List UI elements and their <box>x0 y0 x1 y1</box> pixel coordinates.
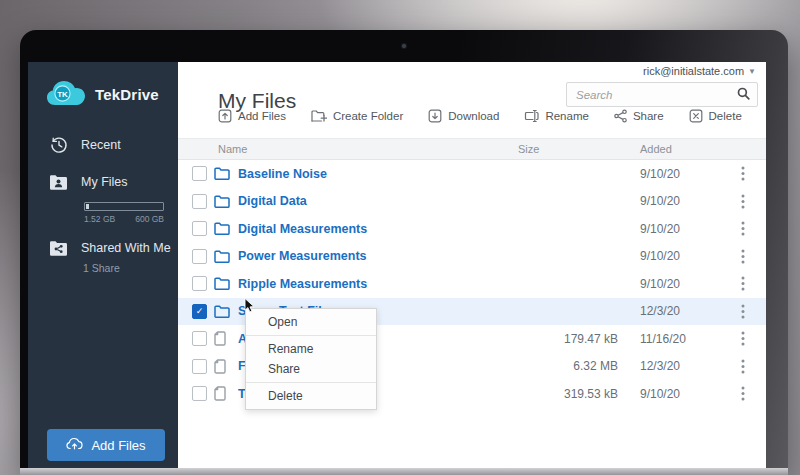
row-checkbox[interactable] <box>192 386 207 401</box>
laptop-frame: TK TekDrive Recent <box>20 30 788 475</box>
column-header-added[interactable]: Added <box>640 143 720 155</box>
upload-square-icon <box>218 109 232 123</box>
file-icon <box>214 386 238 401</box>
row-added: 12/3/20 <box>640 304 720 318</box>
share-nodes-icon <box>614 109 627 123</box>
sidebar-item-shared-with-me[interactable]: Shared With Me <box>28 230 178 266</box>
webcam-dot <box>402 44 406 48</box>
row-checkbox[interactable] <box>192 304 207 319</box>
context-menu: Open Rename Share Delete <box>245 308 377 410</box>
row-actions-kebab[interactable] <box>720 331 766 346</box>
folder-icon <box>214 222 238 235</box>
row-added: 9/10/20 <box>640 194 720 208</box>
chevron-down-icon: ▼ <box>748 67 756 76</box>
column-header-size[interactable]: Size <box>518 143 618 155</box>
row-name[interactable]: Ripple Measurements <box>238 277 518 291</box>
file-table: Name Size Added Baseline Noise9/10/20Dig… <box>178 138 766 468</box>
sidebar-item-label: Shared With Me <box>81 241 171 255</box>
shared-folder-icon <box>49 240 68 256</box>
folder-icon <box>214 250 238 263</box>
shared-count: 1 Share <box>83 262 178 280</box>
row-added: 9/10/20 <box>640 387 720 401</box>
search-input[interactable] <box>574 88 737 102</box>
row-size: 179.47 kB <box>518 332 618 346</box>
add-files-button-label: Add Files <box>91 438 145 453</box>
folder-icon <box>214 305 238 318</box>
row-actions-kebab[interactable] <box>720 249 766 264</box>
laptop-base <box>20 468 788 475</box>
table-header: Name Size Added <box>178 138 766 160</box>
toolbar-delete-button[interactable]: Delete <box>689 109 742 123</box>
row-checkbox[interactable] <box>192 249 207 264</box>
toolbar-create-folder-button[interactable]: Create Folder <box>311 109 403 123</box>
brand-logo: TK TekDrive <box>28 62 178 110</box>
account-menu[interactable]: rick@initialstate.com ▼ <box>643 65 756 77</box>
storage-total: 600 GB <box>135 214 164 224</box>
add-files-button[interactable]: Add Files <box>47 429 165 461</box>
row-actions-kebab[interactable] <box>720 194 766 209</box>
table-row[interactable]: Baseline Noise9/10/20 <box>178 160 766 188</box>
main-content: rick@initialstate.com ▼ My Files Add Fi <box>178 62 766 468</box>
table-row[interactable]: Ripple Measurements9/10/20 <box>178 270 766 298</box>
search-icon[interactable] <box>737 86 750 104</box>
row-checkbox[interactable] <box>192 194 207 209</box>
row-actions-kebab[interactable] <box>720 304 766 319</box>
rename-icon <box>524 109 539 123</box>
delete-square-icon <box>689 109 703 123</box>
row-actions-kebab[interactable] <box>720 221 766 236</box>
sidebar-item-my-files[interactable]: My Files <box>28 164 178 200</box>
table-row[interactable]: Power Measurements9/10/20 <box>178 243 766 271</box>
table-row[interactable]: Digital Measurements9/10/20 <box>178 215 766 243</box>
sidebar: TK TekDrive Recent <box>28 62 178 468</box>
app-window: TK TekDrive Recent <box>28 62 766 468</box>
row-name[interactable]: Digital Data <box>238 194 518 208</box>
file-icon <box>214 359 238 374</box>
context-menu-item-delete[interactable]: Delete <box>246 386 376 406</box>
sidebar-item-label: My Files <box>81 175 128 189</box>
row-checkbox[interactable] <box>192 331 207 346</box>
my-files-folder-icon <box>49 174 68 190</box>
action-toolbar: Add Files Create Folder Download <box>218 109 742 123</box>
table-row[interactable]: Digital Data9/10/20 <box>178 188 766 216</box>
context-menu-item-open[interactable]: Open <box>246 312 376 332</box>
toolbar-add-files-button[interactable]: Add Files <box>218 109 286 123</box>
toolbar-rename-button[interactable]: Rename <box>524 109 588 123</box>
row-checkbox[interactable] <box>192 221 207 236</box>
row-name[interactable]: Digital Measurements <box>238 222 518 236</box>
folder-icon <box>214 195 238 208</box>
search-box <box>566 82 758 107</box>
context-menu-item-rename[interactable]: Rename <box>246 339 376 359</box>
row-checkbox[interactable] <box>192 359 207 374</box>
row-added: 9/10/20 <box>640 167 720 181</box>
cloud-upload-icon <box>66 437 83 453</box>
folder-plus-icon <box>311 109 327 123</box>
account-email: rick@initialstate.com <box>643 65 744 77</box>
toolbar-download-button[interactable]: Download <box>428 109 499 123</box>
svg-text:TK: TK <box>57 90 68 99</box>
sidebar-item-recent[interactable]: Recent <box>28 126 178 164</box>
row-actions-kebab[interactable] <box>720 359 766 374</box>
storage-bar-fill <box>86 204 89 209</box>
folder-icon <box>214 167 238 180</box>
column-header-name[interactable]: Name <box>218 143 518 155</box>
tekdrive-cloud-logo-icon: TK <box>46 79 86 110</box>
row-added: 11/16/20 <box>640 332 720 346</box>
context-menu-item-share[interactable]: Share <box>246 359 376 379</box>
row-added: 9/10/20 <box>640 277 720 291</box>
row-actions-kebab[interactable] <box>720 276 766 291</box>
file-icon <box>214 331 238 346</box>
row-checkbox[interactable] <box>192 276 207 291</box>
storage-used: 1.52 GB <box>84 214 115 224</box>
row-actions-kebab[interactable] <box>720 386 766 401</box>
storage-meter: 1.52 GB 600 GB <box>84 202 164 224</box>
download-square-icon <box>428 109 442 123</box>
recent-clock-icon <box>49 136 68 154</box>
folder-icon <box>214 277 238 290</box>
row-added: 9/10/20 <box>640 249 720 263</box>
row-name[interactable]: Baseline Noise <box>238 167 518 181</box>
row-size: 319.53 kB <box>518 387 618 401</box>
row-name[interactable]: Power Measurements <box>238 249 518 263</box>
toolbar-share-button[interactable]: Share <box>614 109 664 123</box>
row-checkbox[interactable] <box>192 166 207 181</box>
row-actions-kebab[interactable] <box>720 166 766 181</box>
